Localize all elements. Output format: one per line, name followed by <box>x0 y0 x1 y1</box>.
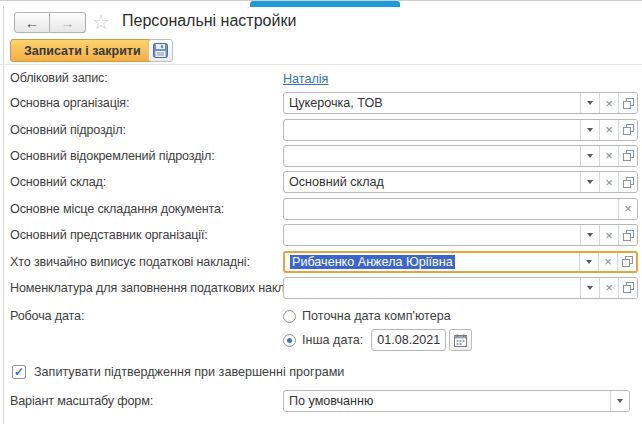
form-row-scale: Варіант масштабу форм: По умовчанню <box>10 388 638 414</box>
open-button[interactable] <box>617 253 636 271</box>
open-button[interactable] <box>618 93 637 113</box>
field-label: Основна організація: <box>10 96 283 110</box>
scale-value[interactable]: По умовчанню <box>284 391 610 411</box>
open-button[interactable] <box>618 278 637 298</box>
open-button[interactable] <box>618 146 637 166</box>
organization-field: Цукерочка, ТОВ × <box>283 92 638 114</box>
field-label: Робоча дата: <box>10 309 283 323</box>
forward-button[interactable]: → <box>50 12 86 33</box>
field-label: Основний відокремлений підрозділ: <box>10 149 283 163</box>
chevron-down-icon <box>587 180 593 184</box>
form-row-tax-invoice-issuer: Хто звичайно виписує податкові накладні:… <box>10 248 638 274</box>
department-input[interactable] <box>284 120 580 140</box>
representative-field: × <box>283 224 638 246</box>
field-label: Обліковий запис: <box>10 71 283 85</box>
warehouse-input[interactable]: Основний склад <box>284 172 580 192</box>
chevron-down-icon <box>617 399 623 403</box>
scale-field: По умовчанню <box>283 390 630 412</box>
form-row-account: Обліковий запис: Наталія <box>10 66 638 90</box>
clear-button[interactable]: × <box>599 172 618 192</box>
selected-text: Рибаченко Анжела Юріївна <box>290 255 455 269</box>
dropdown-button[interactable] <box>580 278 599 298</box>
open-icon <box>623 150 634 161</box>
personal-settings-window: ← → ☆ Персональні настройки Записати і з… <box>0 0 642 424</box>
dropdown-button[interactable] <box>610 391 629 411</box>
dropdown-button[interactable] <box>580 120 599 140</box>
toolbar-separator <box>0 64 642 65</box>
work-date-input[interactable]: 01.08.2021 <box>371 329 446 351</box>
clear-button[interactable]: × <box>599 225 618 245</box>
radio-option-other-date: Інша дата: 01.08.2021 <box>283 326 638 354</box>
page-title: Персональні настройки <box>122 12 296 30</box>
open-icon <box>623 282 634 293</box>
back-arrow-icon: ← <box>25 15 39 31</box>
field-label: Основний представник організації: <box>10 228 283 242</box>
open-icon <box>623 124 634 135</box>
field-label: Номенклатура для заповнення податкових н… <box>10 281 283 295</box>
clear-button[interactable]: × <box>599 93 618 113</box>
chevron-down-icon <box>587 101 593 105</box>
clear-icon: × <box>605 281 613 294</box>
clear-icon: × <box>624 202 632 215</box>
dropdown-button[interactable] <box>580 93 599 113</box>
checkbox-label: Запитувати підтвердження при завершенні … <box>34 365 344 379</box>
dropdown-button[interactable] <box>580 146 599 166</box>
save-and-close-button[interactable]: Записати і закрити <box>10 39 155 62</box>
dropdown-button[interactable] <box>580 225 599 245</box>
department-field: × <box>283 119 638 141</box>
confirm-exit-row[interactable]: ✓ Запитувати підтвердження при завершенн… <box>10 362 638 382</box>
back-button[interactable]: ← <box>14 12 50 33</box>
chevron-down-icon <box>587 233 593 237</box>
radio-label[interactable]: Інша дата: <box>302 333 363 347</box>
clear-button[interactable]: × <box>599 146 618 166</box>
calendar-icon <box>454 334 467 347</box>
clear-icon: × <box>605 149 613 162</box>
account-link[interactable]: Наталія <box>283 72 328 86</box>
tab-strip <box>0 0 642 6</box>
clear-icon: × <box>605 123 613 136</box>
open-icon <box>623 177 634 188</box>
form-row-department: Основний підрозділ: × <box>10 116 638 142</box>
open-icon <box>623 230 634 241</box>
calendar-button[interactable] <box>449 329 472 351</box>
field-label: Основний підрозділ: <box>10 123 283 137</box>
field-label: Хто звичайно виписує податкові накладні: <box>10 255 283 269</box>
representative-input[interactable] <box>284 225 580 245</box>
clear-icon: × <box>605 176 613 189</box>
proxy-settings-row: Параметри проксі-сервера <box>10 420 638 424</box>
checkmark-icon: ✓ <box>14 366 24 378</box>
separate-department-input[interactable] <box>284 146 580 166</box>
clear-button[interactable]: × <box>599 278 618 298</box>
clear-button[interactable]: × <box>618 199 637 219</box>
open-icon <box>622 256 633 267</box>
form-row-representative: Основний представник організації: × <box>10 222 638 248</box>
clear-icon: × <box>605 97 613 110</box>
document-place-input[interactable] <box>284 199 618 219</box>
open-button[interactable] <box>618 120 637 140</box>
chevron-down-icon <box>587 128 593 132</box>
radio-option-current-date[interactable]: Поточна дата комп'ютера <box>283 306 638 326</box>
confirm-exit-checkbox[interactable]: ✓ <box>12 365 26 379</box>
nomenclature-field: × <box>283 277 638 299</box>
open-icon <box>623 98 634 109</box>
radio-icon <box>283 310 296 323</box>
radio-selected-icon[interactable] <box>283 334 296 347</box>
clear-button[interactable]: × <box>598 253 617 271</box>
clear-button[interactable]: × <box>599 120 618 140</box>
tax-invoice-issuer-input[interactable]: Рибаченко Анжела Юріївна <box>285 253 579 271</box>
field-label: Варіант масштабу форм: <box>10 394 283 408</box>
clear-icon: × <box>605 229 613 242</box>
organization-input[interactable]: Цукерочка, ТОВ <box>284 93 580 113</box>
active-tab-indicator[interactable] <box>250 1 400 7</box>
open-button[interactable] <box>618 225 637 245</box>
dropdown-button[interactable] <box>580 172 599 192</box>
dropdown-button[interactable] <box>579 253 598 271</box>
nomenclature-input[interactable] <box>284 278 580 298</box>
save-button[interactable] <box>148 39 173 62</box>
favorite-star-icon[interactable]: ☆ <box>92 11 110 33</box>
floppy-disk-icon <box>153 43 168 58</box>
forward-arrow-icon: → <box>61 15 75 31</box>
form-row-document-place: Основне місце складання документа: × <box>10 196 638 222</box>
open-button[interactable] <box>618 172 637 192</box>
form-row-warehouse: Основний склад: Основний склад × <box>10 169 638 195</box>
